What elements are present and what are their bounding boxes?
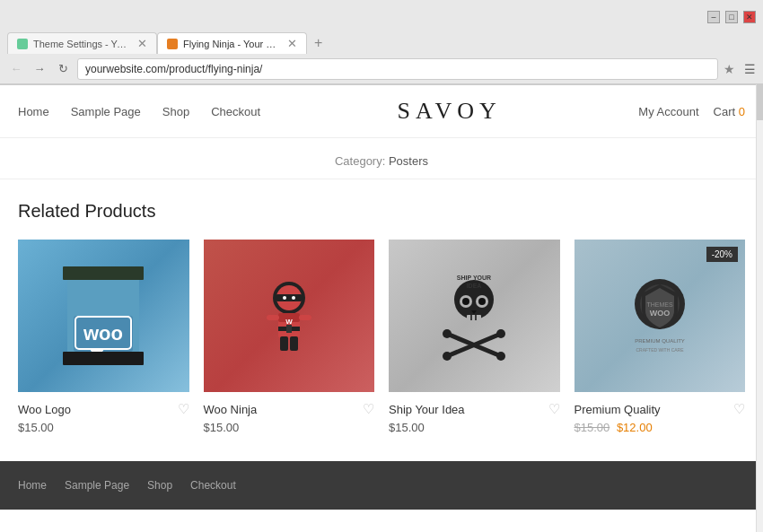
product-card-woo-logo[interactable]: woo Woo Logo ♡ $15.00 (18, 240, 189, 434)
menu-button[interactable]: ☰ (744, 62, 756, 76)
ship-idea-art: SHIP YOUR IDEA (434, 262, 514, 370)
site-logo[interactable]: SAVOY (398, 98, 502, 125)
product-name-woo-logo[interactable]: Woo Logo (18, 403, 71, 416)
related-products-title: Related Products (18, 201, 745, 222)
product-card-premium[interactable]: -20% WOO THEMES PREMIUM QUALITY CRAFTED … (574, 240, 746, 434)
svg-rect-18 (267, 315, 279, 320)
minimize-button[interactable]: – (707, 11, 720, 23)
product-price-woo-ninja: $15.00 (204, 421, 375, 434)
footer-nav: Home Sample Page Shop Checkout (18, 479, 745, 492)
product-info-ship-idea: Ship Your Idea ♡ (389, 401, 560, 417)
scrollbar-thumb[interactable] (757, 84, 763, 120)
wishlist-woo-logo[interactable]: ♡ (178, 401, 189, 417)
window-controls: – □ ✕ (707, 11, 756, 23)
nav-home[interactable]: Home (18, 105, 49, 118)
sale-badge-premium: -20% (706, 247, 738, 262)
sale-price-premium: $12.00 (617, 421, 653, 434)
woo-logo-art: woo (63, 266, 144, 365)
svg-text:woo: woo (83, 322, 123, 344)
svg-text:W: W (285, 318, 293, 326)
tab-label-2: Flying Ninja - Your Websi... (183, 39, 282, 49)
svg-point-25 (478, 298, 486, 305)
svg-rect-26 (467, 315, 481, 320)
browser-chrome: – □ ✕ Theme Settings - Your W... ✕ Flyin… (0, 0, 763, 85)
footer: Home Sample Page Shop Checkout (0, 461, 763, 510)
svg-point-31 (443, 329, 452, 338)
bookmark-button[interactable]: ★ (724, 62, 735, 76)
product-price-ship-idea: $15.00 (389, 421, 560, 434)
svg-text:PREMIUM QUALITY: PREMIUM QUALITY (635, 338, 685, 344)
product-card-ship-your-idea[interactable]: SHIP YOUR IDEA Ship Your Idea ♡ $15.00 (389, 240, 560, 434)
svg-rect-17 (290, 336, 298, 351)
address-input[interactable] (77, 58, 718, 80)
nav-sample-page[interactable]: Sample Page (71, 105, 141, 118)
product-image-premium: -20% WOO THEMES PREMIUM QUALITY CRAFTED … (574, 240, 746, 392)
tab-close-1[interactable]: ✕ (137, 37, 147, 50)
wishlist-ship-idea[interactable]: ♡ (548, 401, 560, 417)
product-name-woo-ninja[interactable]: Woo Ninja (204, 403, 258, 416)
svg-point-33 (443, 352, 452, 361)
svg-rect-9 (276, 294, 302, 301)
svg-point-24 (462, 298, 469, 305)
svg-point-34 (496, 352, 505, 361)
browser-tab-1[interactable]: Theme Settings - Your W... ✕ (7, 32, 157, 54)
svg-rect-5 (63, 266, 144, 280)
new-tab-button[interactable]: + (307, 32, 329, 54)
refresh-button[interactable]: ↻ (54, 60, 72, 78)
svg-text:SHIP YOUR: SHIP YOUR (457, 275, 491, 281)
svg-rect-19 (299, 315, 311, 320)
cart-count: 0 (739, 105, 745, 118)
product-image-ship-idea: SHIP YOUR IDEA (389, 240, 560, 392)
product-info-woo-logo: Woo Logo ♡ (18, 401, 189, 417)
svg-text:CRAFTED WITH CARE: CRAFTED WITH CARE (636, 347, 684, 353)
tab-favicon-1 (17, 39, 28, 49)
browser-tab-2[interactable]: Flying Ninja - Your Websi... ✕ (157, 32, 307, 54)
website-content: Home Sample Page Shop Checkout SAVOY My … (0, 85, 763, 532)
product-name-premium[interactable]: Premium Quality (574, 403, 661, 416)
tab-close-2[interactable]: ✕ (287, 37, 297, 50)
product-info-woo-ninja: Woo Ninja ♡ (204, 401, 375, 417)
wishlist-premium[interactable]: ♡ (733, 401, 745, 417)
product-price-woo-logo: $15.00 (18, 421, 189, 434)
svg-rect-6 (63, 352, 144, 365)
svg-point-10 (283, 296, 286, 300)
product-name-ship-idea[interactable]: Ship Your Idea (389, 403, 465, 416)
scrollbar-track[interactable] (756, 84, 763, 532)
product-info-premium: Premium Quality ♡ (574, 401, 746, 417)
products-grid: woo Woo Logo ♡ $15.00 (18, 240, 745, 434)
svg-point-32 (496, 329, 505, 338)
product-card-woo-ninja[interactable]: W Woo Ninja ♡ $15.00 (204, 240, 375, 434)
svg-rect-16 (280, 336, 288, 351)
svg-text:THEMES: THEMES (646, 301, 673, 308)
woo-ninja-art: W (249, 266, 329, 365)
close-button[interactable]: ✕ (743, 11, 756, 23)
category-label: Category: (335, 154, 385, 168)
tab-label-1: Theme Settings - Your W... (33, 39, 132, 49)
product-image-woo-logo: woo (18, 240, 189, 392)
svg-text:WOO: WOO (650, 309, 671, 318)
nav-checkout[interactable]: Checkout (211, 105, 260, 118)
nav-left: Home Sample Page Shop Checkout (18, 105, 260, 118)
wishlist-woo-ninja[interactable]: ♡ (363, 401, 374, 417)
address-bar: ← → ↻ ★ ☰ (0, 54, 763, 84)
footer-home[interactable]: Home (18, 479, 47, 492)
tabs-bar: Theme Settings - Your W... ✕ Flying Ninj… (0, 29, 763, 54)
svg-text:IDEA: IDEA (467, 283, 482, 289)
nav-my-account[interactable]: My Account (638, 105, 698, 118)
product-price-premium: $15.00 $12.00 (574, 421, 746, 434)
forward-button[interactable]: → (31, 60, 48, 78)
nav-cart[interactable]: Cart 0 (714, 105, 745, 118)
product-image-woo-ninja: W (204, 240, 375, 392)
tab-favicon-2 (167, 39, 178, 49)
old-price-premium: $15.00 (574, 421, 610, 434)
footer-checkout[interactable]: Checkout (190, 479, 236, 492)
footer-shop[interactable]: Shop (147, 479, 172, 492)
nav-shop[interactable]: Shop (162, 105, 189, 118)
category-value[interactable]: Posters (389, 154, 428, 168)
back-button[interactable]: ← (7, 60, 25, 78)
footer-sample-page[interactable]: Sample Page (65, 479, 129, 492)
category-bar: Category: Posters (0, 138, 763, 179)
related-products-section: Related Products woo (0, 179, 763, 461)
maximize-button[interactable]: □ (725, 11, 738, 23)
svg-point-11 (292, 296, 295, 300)
